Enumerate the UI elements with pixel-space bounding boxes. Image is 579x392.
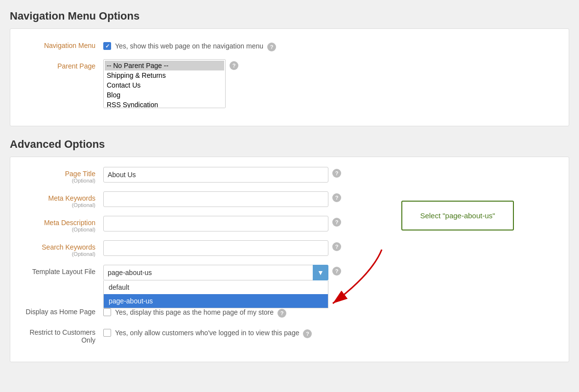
meta-description-label-group: Meta Description (Optional) xyxy=(25,216,103,232)
page-title-input[interactable] xyxy=(103,167,328,183)
meta-keywords-optional: (Optional) xyxy=(25,202,95,208)
meta-description-optional: (Optional) xyxy=(25,227,95,232)
nav-section-title: Navigation Menu Options xyxy=(10,10,569,23)
restrict-row: Restrict to Customers Only Yes, only all… xyxy=(25,325,554,344)
display-home-label: Display as Home Page xyxy=(25,305,103,316)
display-home-checkbox-label: Yes, display this page as the home page … xyxy=(115,308,274,316)
restrict-checkbox[interactable] xyxy=(103,329,111,337)
meta-description-input[interactable] xyxy=(103,216,328,231)
template-layout-control: default page-about-us ▼ default page-abo… xyxy=(103,265,554,280)
parent-page-list-wrapper: -- No Parent Page -- Shipping & Returns … xyxy=(103,59,226,108)
search-keywords-control: ? xyxy=(103,240,554,256)
template-layout-label: Template Layout File xyxy=(25,265,103,276)
nav-menu-checkbox-row: Yes, show this web page on the navigatio… xyxy=(103,39,276,51)
meta-keywords-label-group: Meta Keywords (Optional) xyxy=(25,191,103,208)
display-home-checkbox[interactable] xyxy=(103,308,111,316)
meta-keywords-input[interactable] xyxy=(103,191,328,207)
restrict-checkbox-label: Yes, only allow customers who've logged … xyxy=(115,329,299,337)
nav-menu-help-icon[interactable]: ? xyxy=(267,43,276,51)
page-title-row: Page Title (Optional) ? xyxy=(25,167,554,184)
advanced-section: Advanced Options Page Title (Optional) ? xyxy=(10,138,569,362)
meta-keywords-label: Meta Keywords xyxy=(48,194,95,202)
advanced-section-title: Advanced Options xyxy=(10,138,569,151)
meta-keywords-help-icon[interactable]: ? xyxy=(332,193,341,202)
page-title-label: Page Title xyxy=(65,170,95,178)
parent-page-help-icon[interactable]: ? xyxy=(230,61,238,70)
parent-page-label: Parent Page xyxy=(25,59,103,70)
meta-description-label: Meta Description xyxy=(44,219,95,227)
nav-menu-row: Navigation Menu Yes, show this web page … xyxy=(25,39,554,51)
restrict-label: Restrict to Customers Only xyxy=(25,325,103,344)
page-title-optional: (Optional) xyxy=(25,178,95,184)
restrict-checkbox-row: Yes, only allow customers who've logged … xyxy=(103,325,312,338)
annotation-box: Select "page-about-us" xyxy=(401,201,514,231)
dropdown-item-page-about-us[interactable]: page-about-us xyxy=(104,294,328,308)
advanced-card: Page Title (Optional) ? Meta Keywords (O… xyxy=(10,157,569,362)
display-home-help-icon[interactable]: ? xyxy=(278,309,286,318)
dropdown-item-default[interactable]: default xyxy=(104,280,328,294)
parent-page-row: Parent Page -- No Parent Page -- Shippin… xyxy=(25,59,554,108)
restrict-help-icon[interactable]: ? xyxy=(303,329,312,338)
search-keywords-help-icon[interactable]: ? xyxy=(332,242,341,251)
search-keywords-optional: (Optional) xyxy=(25,251,95,257)
meta-description-help-icon[interactable]: ? xyxy=(332,218,341,227)
search-keywords-label: Search Keywords xyxy=(42,243,95,251)
search-keywords-input[interactable] xyxy=(103,240,328,256)
search-keywords-label-group: Search Keywords (Optional) xyxy=(25,240,103,257)
nav-menu-label: Navigation Menu xyxy=(25,39,103,49)
page-title-control: ? xyxy=(103,167,554,183)
template-layout-row: Template Layout File default page-about-… xyxy=(25,265,554,280)
restrict-control: Yes, only allow customers who've logged … xyxy=(103,325,554,338)
annotation-text: Select "page-about-us" xyxy=(420,211,495,220)
template-dropdown-list: default page-about-us xyxy=(103,280,328,308)
search-keywords-row: Search Keywords (Optional) ? xyxy=(25,240,554,257)
template-select-wrapper: default page-about-us ▼ default page-abo… xyxy=(103,265,328,280)
page-title-help-icon[interactable]: ? xyxy=(332,169,341,178)
parent-page-select[interactable]: -- No Parent Page -- Shipping & Returns … xyxy=(103,59,226,108)
nav-menu-control: Yes, show this web page on the navigatio… xyxy=(103,39,554,51)
nav-card: Navigation Menu Yes, show this web page … xyxy=(10,28,569,126)
template-layout-help-icon[interactable]: ? xyxy=(332,267,341,276)
nav-menu-checkbox[interactable] xyxy=(103,42,111,50)
template-layout-select[interactable]: default page-about-us xyxy=(103,265,328,280)
page-title-label-group: Page Title (Optional) xyxy=(25,167,103,184)
parent-page-control: -- No Parent Page -- Shipping & Returns … xyxy=(103,59,554,108)
nav-menu-checkbox-label: Yes, show this web page on the navigatio… xyxy=(115,42,263,50)
